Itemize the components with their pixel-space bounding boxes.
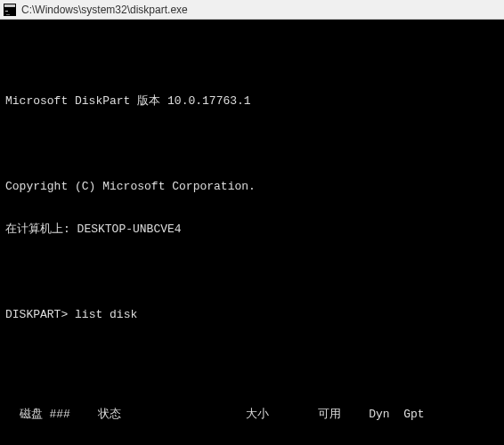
console-output[interactable]: Microsoft DiskPart 版本 10.0.17763.1 Copyr…	[0, 20, 504, 445]
computer-line: 在计算机上: DESKTOP-UNBCVE4	[5, 222, 499, 237]
app-icon: _	[4, 4, 16, 16]
disk-table-header: 磁盘 ### 状态 大小 可用 Dyn Gpt	[5, 408, 499, 422]
copyright-line: Copyright (C) Microsoft Corporation.	[5, 180, 499, 194]
svg-text:_: _	[5, 8, 10, 15]
version-line: Microsoft DiskPart 版本 10.0.17763.1	[5, 94, 499, 109]
prompt-list-disk: DISKPART> list disk	[5, 308, 499, 322]
titlebar-path: C:\Windows\system32\diskpart.exe	[21, 3, 188, 17]
svg-rect-1	[4, 4, 15, 7]
titlebar[interactable]: _ C:\Windows\system32\diskpart.exe	[0, 0, 504, 20]
console-window: _ C:\Windows\system32\diskpart.exe Micro…	[0, 0, 504, 445]
